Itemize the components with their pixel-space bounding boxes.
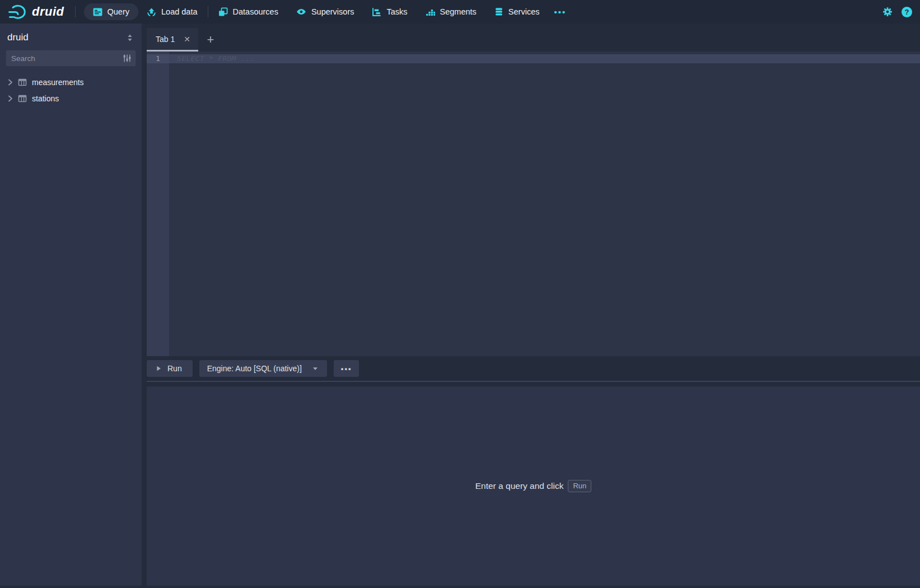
bar-chart-icon (426, 7, 435, 17)
gantt-icon (372, 7, 381, 17)
tab-tab-1[interactable]: Tab 1 ✕ (147, 28, 198, 52)
datasource-tree: measurements stations (0, 74, 142, 106)
database-icon (494, 7, 503, 16)
nav-item-supervisors[interactable]: Supervisors (296, 7, 354, 17)
datasources-icon (218, 7, 228, 17)
nav-item-tasks[interactable]: Tasks (372, 7, 407, 17)
play-icon (155, 365, 162, 372)
druid-logo[interactable]: druid (8, 3, 67, 21)
gear-icon[interactable] (882, 7, 893, 17)
nav-item-label: Load data (161, 7, 198, 16)
double-caret-vertical-icon[interactable] (125, 32, 135, 43)
help-icon[interactable]: ? (902, 7, 912, 17)
tab-label: Tab 1 (156, 35, 175, 44)
search-input[interactable] (6, 54, 120, 63)
nav-item-label: Datasources (233, 7, 278, 16)
query-editor[interactable]: 1 SELECT * FROM ... (147, 52, 920, 356)
results-gap (147, 382, 920, 386)
run-toolbar: Run Engine: Auto [SQL (native)] ••• (147, 356, 920, 381)
upload-icon (147, 7, 156, 17)
navbar-right: ? (882, 7, 912, 17)
run-more-button[interactable]: ••• (334, 360, 359, 377)
top-navbar: druid Query Load data (0, 0, 920, 24)
results-panel: Enter a query and click Run (147, 386, 920, 586)
schema-title: druid (7, 32, 29, 43)
nav-item-label: Query (108, 7, 130, 16)
caret-down-icon (311, 365, 319, 372)
empty-results-message: Enter a query and click Run (475, 480, 592, 492)
plus-icon: + (207, 34, 214, 46)
tab-bar: Tab 1 ✕ + (147, 24, 920, 52)
nav-item-label: Supervisors (311, 7, 354, 16)
nav-item-label: Segments (440, 7, 477, 16)
navbar-links: Datasources Supervisors Tasks (218, 7, 540, 17)
table-icon (18, 94, 27, 103)
brand-wordmark: druid (32, 4, 67, 19)
navbar-more-icon[interactable]: ••• (554, 8, 566, 16)
nav-item-load-data[interactable]: Load data (147, 7, 198, 17)
run-button-label: Run (167, 364, 182, 373)
eye-icon (296, 7, 306, 17)
navbar-divider (208, 6, 208, 17)
editor-placeholder: SELECT * FROM ... (177, 54, 254, 63)
engine-label: Engine: Auto [SQL (native)] (207, 364, 302, 373)
nav-item-datasources[interactable]: Datasources (218, 7, 278, 17)
search-box (6, 50, 136, 67)
editor-line-number: 1 (147, 54, 169, 63)
nav-item-segments[interactable]: Segments (426, 7, 477, 17)
editor-current-line (147, 54, 920, 63)
schema-sidebar: druid (0, 24, 142, 586)
run-button[interactable]: Run (147, 360, 193, 377)
tree-item-label: stations (32, 94, 59, 103)
nav-item-label: Tasks (386, 7, 407, 16)
engine-select-button[interactable]: Engine: Auto [SQL (native)] (199, 360, 327, 377)
chevron-right-icon[interactable] (6, 94, 15, 103)
filter-sliders-icon[interactable] (120, 54, 136, 63)
query-workbench: Tab 1 ✕ + 1 SELECT * FROM ... Run Engine… (147, 24, 920, 586)
nav-item-label: Services (508, 7, 540, 16)
chevron-right-icon[interactable] (6, 78, 15, 87)
empty-results-text: Enter a query and click (475, 481, 564, 491)
tree-item-measurements[interactable]: measurements (0, 74, 142, 90)
tree-item-label: measurements (32, 78, 84, 87)
navbar-divider (75, 6, 76, 17)
nav-item-services[interactable]: Services (494, 7, 540, 16)
tree-item-stations[interactable]: stations (0, 90, 142, 106)
more-icon: ••• (341, 365, 352, 373)
sidebar-header: druid (0, 24, 142, 50)
console-icon (93, 7, 102, 17)
druid-logo-icon (8, 3, 28, 21)
table-icon (18, 78, 27, 87)
nav-item-query[interactable]: Query (84, 3, 139, 20)
editor-gutter (147, 52, 169, 356)
run-kbd-hint: Run (568, 480, 591, 492)
add-tab-button[interactable]: + (198, 28, 223, 52)
close-icon[interactable]: ✕ (181, 34, 193, 44)
